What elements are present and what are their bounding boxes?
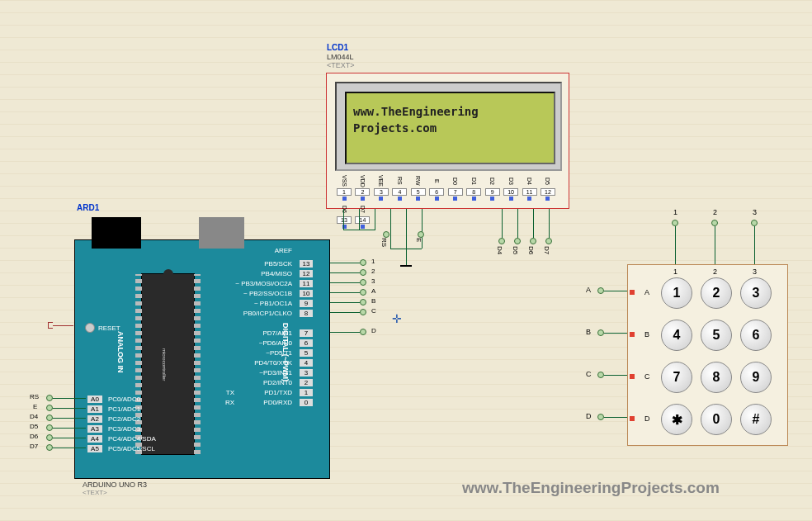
keypad-key-hash[interactable]: #	[740, 404, 772, 435]
pin-num[interactable]: 12	[300, 270, 313, 277]
lcd-pin[interactable]: 1	[337, 188, 352, 196]
lcd-pin[interactable]: 2	[355, 188, 370, 196]
terminal[interactable]	[46, 434, 53, 441]
keypad-pin[interactable]	[630, 416, 635, 421]
pin-num[interactable]: A1	[87, 405, 102, 413]
lcd-pin[interactable]: 14	[355, 216, 370, 224]
pin-label: PD1/TXD	[264, 389, 292, 396]
wire	[390, 209, 391, 238]
terminal[interactable]	[46, 424, 53, 431]
keypad-key-7[interactable]: 7	[661, 362, 692, 393]
lcd-pin[interactable]: 6	[429, 188, 444, 196]
net-label: 1	[371, 258, 375, 265]
keypad-key-5[interactable]: 5	[701, 320, 732, 351]
terminal[interactable]	[530, 238, 536, 244]
terminal[interactable]	[46, 405, 53, 411]
net-label: D6	[527, 246, 535, 254]
pin-num[interactable]: A2	[87, 415, 102, 423]
terminal[interactable]	[360, 279, 366, 286]
terminal[interactable]	[46, 395, 53, 401]
arduino-board[interactable]: microcontroller RESET AREF ANALOG IN DIG…	[74, 239, 330, 479]
lcd-pin[interactable]: 7	[448, 188, 463, 196]
pin-num[interactable]: 2	[300, 379, 313, 386]
lcd-pin[interactable]: 3	[374, 188, 389, 196]
pin-num[interactable]: A5	[87, 445, 102, 452]
keypad-pin[interactable]	[630, 332, 635, 337]
terminal[interactable]	[545, 238, 552, 244]
lcd-pin[interactable]: 10	[503, 188, 518, 196]
lcd-pin[interactable]: 12	[541, 188, 555, 196]
keypad-component[interactable]: 1 2 3 A B C D 1 2 3 4 5 6 7 8 9 ✱ 0 #	[627, 264, 788, 446]
lcd-pin[interactable]: 13	[337, 216, 352, 224]
pin-num[interactable]: 9	[300, 300, 313, 307]
keypad-key-9[interactable]: 9	[740, 362, 772, 393]
pin-num[interactable]: 6	[300, 339, 313, 347]
pin-label: PC2/ADC2	[108, 415, 140, 423]
wire	[53, 448, 86, 448]
pin-num[interactable]: 3	[300, 369, 313, 377]
terminal[interactable]	[46, 444, 53, 451]
keypad-key-6[interactable]: 6	[740, 320, 772, 351]
terminal[interactable]	[498, 238, 505, 244]
pin-label: PC0/ADC0	[108, 395, 140, 403]
arduino-sub: <TEXT>	[83, 489, 107, 521]
terminal[interactable]	[46, 414, 53, 421]
pin-num[interactable]: 1	[300, 389, 313, 396]
keypad-key-3[interactable]: 3	[740, 277, 772, 309]
pin-num[interactable]: 0	[300, 399, 313, 406]
keypad-pin[interactable]	[630, 374, 635, 379]
terminal[interactable]	[360, 309, 366, 315]
lcd-frame: www.TheEngineering Projects.com	[335, 82, 562, 171]
keypad-key-4[interactable]: 4	[661, 320, 692, 351]
net-label: 1	[673, 208, 677, 216]
pin-label: PB5/SCK	[264, 260, 292, 268]
keypad-key-1[interactable]: 1	[661, 277, 692, 309]
lcd-pin[interactable]: 8	[466, 188, 481, 196]
lcd-component[interactable]: www.TheEngineering Projects.com VSS1 VDD…	[326, 73, 569, 209]
keypad-key-2[interactable]: 2	[701, 277, 732, 309]
pin-num[interactable]: A4	[87, 435, 102, 443]
terminal[interactable]	[672, 220, 678, 226]
aref-label: AREF	[275, 247, 292, 254]
pin-label: PC1/ADC1	[108, 405, 140, 413]
lcd-pin[interactable]: 9	[485, 188, 500, 196]
net-label: 2	[371, 268, 375, 275]
terminal[interactable]	[597, 372, 604, 378]
terminal[interactable]	[360, 329, 366, 335]
lcd-sub: <TEXT>	[327, 61, 355, 69]
keypad-key-0[interactable]: 0	[701, 404, 732, 435]
terminal[interactable]	[597, 414, 604, 420]
pin-num[interactable]: 5	[300, 349, 313, 357]
pin-num[interactable]: 8	[300, 310, 313, 317]
terminal[interactable]	[597, 329, 604, 336]
terminal[interactable]	[360, 289, 366, 296]
terminal[interactable]	[383, 231, 389, 238]
pin-num[interactable]: A3	[87, 425, 102, 433]
net-label: A	[586, 286, 591, 294]
terminal[interactable]	[711, 220, 718, 226]
pin-num[interactable]: 11	[300, 280, 313, 287]
reset-button[interactable]	[85, 323, 95, 333]
pin-num[interactable]: 7	[300, 329, 313, 337]
lcd-pin[interactable]: 4	[392, 188, 407, 196]
pin-num[interactable]: 10	[300, 290, 313, 297]
terminal[interactable]	[514, 238, 521, 244]
lcd-model: LM044L	[327, 53, 354, 61]
terminal[interactable]	[360, 269, 366, 276]
terminal[interactable]	[360, 299, 366, 305]
lcd-pin[interactable]: 11	[522, 188, 537, 196]
terminal[interactable]	[360, 259, 366, 266]
pin-label: PB0/ICP1/CLKO	[243, 310, 292, 317]
wire	[330, 282, 360, 283]
pin-num[interactable]: 4	[300, 359, 313, 367]
pin-num[interactable]: 13	[300, 260, 313, 268]
keypad-pin[interactable]	[630, 290, 635, 295]
lcd-pin[interactable]: 5	[411, 188, 426, 196]
terminal[interactable]	[418, 231, 424, 238]
pin-num[interactable]: A0	[87, 395, 102, 403]
keypad-key-8[interactable]: 8	[701, 362, 732, 393]
terminal[interactable]	[751, 220, 758, 226]
net-label: 2	[713, 208, 717, 216]
keypad-key-star[interactable]: ✱	[661, 404, 692, 435]
terminal[interactable]	[597, 287, 604, 294]
